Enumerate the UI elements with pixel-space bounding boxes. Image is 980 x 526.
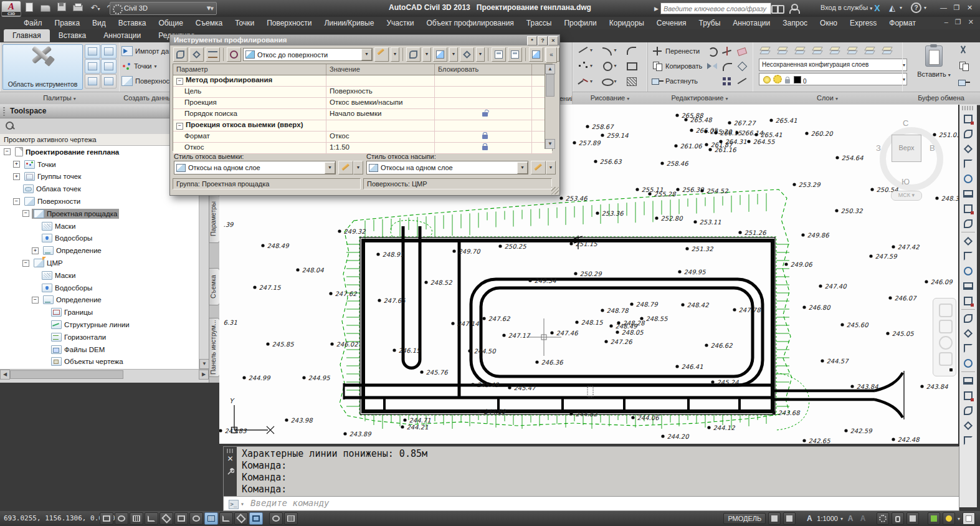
right-toolbar-icon[interactable]	[962, 143, 974, 155]
survey-point[interactable]	[844, 429, 847, 432]
survey-point[interactable]	[676, 188, 679, 191]
auto-annotation-icon[interactable]: A	[858, 514, 868, 523]
survey-point[interactable]	[678, 270, 681, 273]
create-grading-icon[interactable]	[173, 47, 188, 62]
menu-Правка[interactable]: Правка	[49, 17, 87, 29]
import-data-button[interactable]: Импорт да	[121, 44, 169, 58]
clean-screen-icon[interactable]	[963, 512, 975, 525]
surfaces-button[interactable]: Поверхнос	[121, 74, 169, 88]
move-button[interactable]: Перенести	[650, 45, 749, 57]
edit-tool-dropdown[interactable]: ▼	[449, 47, 458, 62]
isolate-objects-icon[interactable]	[906, 512, 919, 525]
right-toolbar-icon[interactable]	[962, 218, 974, 230]
tree-horizontal-scrollbar[interactable]: ◀ ▶	[0, 369, 209, 380]
layout-icon[interactable]	[768, 512, 781, 525]
layers-panel-label[interactable]: Слои ▾	[753, 92, 902, 104]
column-value[interactable]: Значение	[326, 64, 435, 75]
tree-item[interactable]: Водосборы	[0, 282, 199, 294]
toolbox-button[interactable]	[101, 59, 117, 74]
survey-point[interactable]	[821, 359, 824, 362]
layer-on-icon[interactable]	[846, 44, 860, 57]
survey-point[interactable]	[675, 365, 678, 368]
layer-combo[interactable]: 0▾	[759, 73, 907, 85]
criteria-row[interactable]: ПроекцияОткос выемки/насыпи	[173, 98, 552, 109]
survey-point[interactable]	[631, 416, 634, 419]
survey-point[interactable]	[648, 192, 651, 195]
menu-Express[interactable]: Express	[844, 17, 883, 29]
select-group-icon[interactable]	[227, 47, 241, 62]
tree-item[interactable]: Водосборы	[0, 232, 199, 245]
copy-button[interactable]: Копировать	[650, 60, 749, 72]
polyline-button[interactable]: ▾	[576, 75, 597, 90]
survey-point[interactable]	[451, 322, 454, 325]
criteria-row[interactable]: ЦельПоверхность	[173, 87, 552, 98]
viewcube-wcs-menu[interactable]: МСК ▾	[891, 191, 922, 201]
volume-tool-dropdown[interactable]: ▼	[476, 47, 485, 62]
selection-cycling-toggle[interactable]	[269, 512, 283, 525]
dialog-close-icon[interactable]: ×	[548, 36, 558, 45]
tree-toggle-icon[interactable]: +	[13, 161, 20, 168]
survey-point[interactable]	[850, 385, 854, 388]
locked-icon[interactable]	[482, 135, 488, 139]
annotation-visibility-icon[interactable]: A	[845, 514, 855, 523]
tree-item[interactable]: −Определение	[0, 294, 199, 307]
survey-point[interactable]	[707, 426, 710, 429]
menu-Запрос[interactable]: Запрос	[776, 17, 814, 29]
layer-walk-icon[interactable]	[881, 44, 895, 57]
column-parameter[interactable]: Параметр	[173, 64, 326, 75]
menu-Файл[interactable]: Файл	[17, 17, 49, 29]
zoom-icon[interactable]	[939, 336, 953, 350]
menu-Точки[interactable]: Точки	[229, 17, 260, 29]
survey-point[interactable]	[772, 411, 775, 414]
tab-toolbar[interactable]: Панель инструм...	[209, 318, 220, 377]
param-cell[interactable]: Порядок поиска	[173, 109, 326, 120]
menu-Профили[interactable]: Профили	[558, 17, 602, 29]
survey-point[interactable]	[401, 425, 404, 428]
grading-criteria-combo[interactable]: Откос до поверхности ▼	[243, 48, 373, 61]
survey-point[interactable]	[690, 128, 693, 132]
menu-Аннотации[interactable]: Аннотации	[726, 17, 776, 29]
survey-point[interactable]	[681, 303, 684, 306]
menu-Участки[interactable]: Участки	[380, 17, 420, 29]
survey-point[interactable]	[575, 320, 578, 323]
grading-tools-dialog[interactable]: Инструменты профилирования * ? × Откос д…	[169, 34, 560, 196]
survey-point[interactable]	[802, 439, 806, 442]
status-overflow-icon[interactable]: ▾	[958, 516, 960, 522]
tree-toggle-icon[interactable]: +	[32, 247, 39, 254]
survey-point[interactable]	[719, 140, 722, 143]
survey-point[interactable]	[693, 220, 697, 223]
search-icon[interactable]	[5, 121, 15, 131]
display-manager-button[interactable]	[101, 74, 117, 88]
create-tool-icon[interactable]	[406, 47, 421, 62]
layer-match-icon[interactable]	[863, 44, 877, 57]
combo-dropdown-icon[interactable]: ▼	[517, 162, 528, 174]
right-toolbar-icon[interactable]	[962, 434, 974, 447]
survey-point[interactable]	[840, 323, 844, 326]
survey-point[interactable]	[754, 133, 758, 136]
quick-view-icon[interactable]	[783, 512, 796, 525]
survey-palette-button[interactable]	[101, 44, 117, 59]
survey-point[interactable]	[784, 262, 787, 265]
survey-point[interactable]	[535, 360, 538, 363]
right-toolbar-icon[interactable]	[962, 128, 974, 140]
survey-point[interactable]	[769, 118, 773, 122]
survey-point[interactable]	[792, 183, 796, 186]
survey-point[interactable]	[869, 254, 872, 257]
panorama-button[interactable]	[85, 74, 100, 88]
collapse-chevron-icon[interactable]: «	[546, 47, 557, 63]
value-cell[interactable]: Откос выемки/насыпи	[326, 98, 435, 108]
survey-point[interactable]	[870, 188, 873, 191]
performance-icon[interactable]	[943, 512, 955, 525]
cut-style-combo[interactable]: Откосы на одном слое▼	[174, 161, 336, 175]
explode-icon[interactable]	[735, 60, 749, 72]
survey-point[interactable]	[700, 189, 703, 192]
paste-special-icon[interactable]	[957, 76, 971, 88]
command-input[interactable]: >_▾Введите команду	[224, 496, 959, 510]
column-lock[interactable]: Блокировать	[435, 64, 532, 75]
survey-point[interactable]	[655, 216, 658, 219]
ellipse-button[interactable]: ▾	[600, 75, 621, 90]
survey-point[interactable]	[468, 349, 471, 352]
layer-properties-icon[interactable]	[759, 44, 773, 57]
survey-point[interactable]	[604, 340, 607, 343]
workspace-gear-icon[interactable]	[877, 512, 889, 525]
